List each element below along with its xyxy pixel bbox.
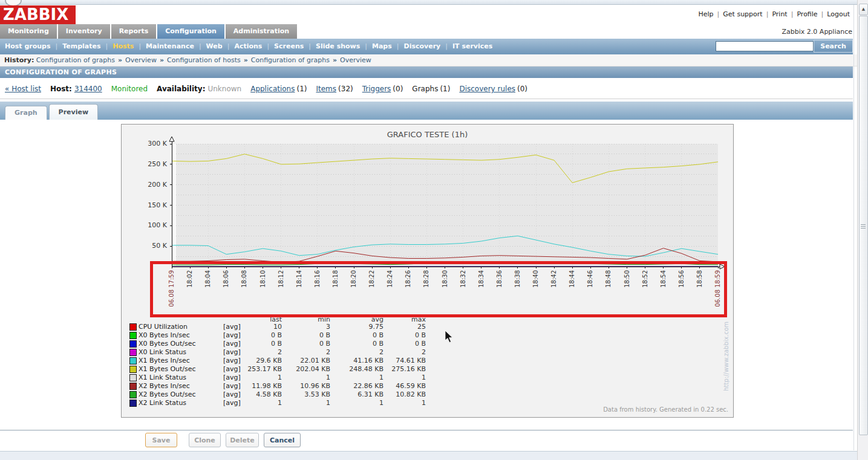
legend-row-x2-bytes-in-sec: X2 Bytes In/sec[avg]11.98 KB10.96 KB22.8… [122,382,497,390]
y-axis-label-250-k: 250 K [125,160,167,168]
submenu-maps[interactable]: Maps [372,42,392,50]
legend-name: X1 Bytes In/sec [139,357,220,364]
submenu-slide-shows[interactable]: Slide shows [316,42,360,50]
crumb-configuration-of-graphs-3[interactable]: Configuration of graphs [251,56,330,64]
zabbix-logo[interactable]: ZABBIX [0,5,76,24]
host-list-back-link[interactable]: « Host list [5,85,41,93]
submenu-it-services[interactable]: IT services [452,42,492,50]
y-axis-label-150-k: 150 K [125,201,167,209]
legend-last-value: 2 [226,348,282,356]
legend-max-value: 1 [370,399,426,407]
crumb-overview-4[interactable]: Overview [340,56,371,64]
legend-name: X2 Bytes In/sec [139,382,220,390]
submenu-host-groups[interactable]: Host groups [5,42,51,50]
legend-name: X0 Link Status [139,348,220,356]
delete-button[interactable]: Delete [226,433,259,447]
submenu-templates[interactable]: Templates [62,42,100,50]
browser-top-strip [0,0,868,5]
legend-last-value: 29.6 KB [226,357,282,364]
search-button[interactable]: Search [814,40,853,53]
save-button[interactable]: Save [145,433,177,447]
host-value-link[interactable]: 314400 [74,85,102,93]
legend-max-value: 2 [370,348,426,356]
legend-last-value: 253.17 KB [226,365,282,373]
separator: » [333,56,337,64]
menu-configuration[interactable]: Configuration [157,24,224,39]
scrollbar-grip [861,224,866,229]
host-nav-triggers: Triggers(0) [362,85,403,93]
crumb-overview-1[interactable]: Overview [125,56,157,64]
legend-row-x0-bytes-in-sec: X0 Bytes In/sec[avg]0 B0 B0 B0 B [122,331,497,339]
cancel-button[interactable]: Cancel [264,433,301,447]
separator: | [766,10,769,18]
host-nav-graphs-text: Graphs [412,85,438,93]
legend-max-value: 25 [370,323,426,331]
search-input[interactable] [716,41,814,51]
host-nav-items: Items(32) [316,85,353,93]
top-link-logout[interactable]: Logout [827,10,850,18]
separator: | [308,42,311,50]
host-nav-graphs-count: (1) [440,85,450,93]
legend-max-value: 0 B [370,340,426,348]
host-nav-triggers-link[interactable]: Triggers [362,85,391,93]
legend-name: CPU Utilization [139,323,220,331]
legend-row-x2-link-status: X2 Link Status[avg]1111 [122,399,497,407]
host-nav-discovery-rules-count: (0) [517,85,527,93]
annotation-highlight-box [150,261,727,317]
legend-max-value: 0 B [370,331,426,339]
top-link-profile[interactable]: Profile [797,10,817,18]
top-links: Help|Get support|Print|Profile|Logout [699,10,850,18]
submenu-discovery[interactable]: Discovery [404,42,441,50]
separator: | [199,42,201,50]
legend-name: X2 Link Status [139,399,220,407]
separator: | [106,42,108,50]
host-nav-items-link[interactable]: Items [316,85,336,93]
top-link-help[interactable]: Help [699,10,714,18]
host-field: Host:314400 [50,85,102,93]
submenu-hosts[interactable]: Hosts [113,42,134,50]
crumb-configuration-of-graphs-0[interactable]: Configuration of graphs [36,56,115,64]
top-link-get-support[interactable]: Get support [723,10,762,18]
legend-swatch-x1-bytes-out-sec [129,366,137,373]
separator: | [267,42,269,50]
graph-footer-note: Data from history. Generated in 0.22 sec… [603,406,728,413]
menu-reports[interactable]: Reports [111,24,157,39]
legend-row-x1-link-status: X1 Link Status[avg]1111 [122,374,497,381]
crumb-configuration-of-hosts-2[interactable]: Configuration of hosts [167,56,241,64]
legend-max-value: 46.59 KB [370,382,426,390]
host-nav-triggers-count: (0) [393,85,403,93]
submenu-screens[interactable]: Screens [274,42,304,50]
tab-preview[interactable]: Preview [49,104,99,120]
submenu-web[interactable]: Web [206,42,223,50]
availability-field: Availability:Unknown [157,85,241,93]
menu-administration[interactable]: Administration [226,24,297,39]
scrollbar-thumb[interactable] [859,16,868,435]
legend-max-value: 10.82 KB [370,390,426,398]
separator: | [791,10,794,18]
legend-row-x0-bytes-out-sec: X0 Bytes Out/sec[avg]0 B0 B0 B0 B [122,340,497,348]
submenu-maintenance[interactable]: Maintenance [146,42,194,50]
host-nav-applications-link[interactable]: Applications [250,85,295,93]
separator: | [821,10,824,18]
top-link-print[interactable]: Print [772,10,787,18]
legend-min-value: 0 B [275,340,330,348]
legend-swatch-x2-bytes-out-sec [129,391,137,398]
legend-min-value: 2 [275,348,330,356]
legend-max-value: 74.61 KB [370,357,426,364]
legend-last-value: 0 B [226,331,282,339]
clone-button[interactable]: Clone [189,433,221,447]
page-title: CONFIGURATION OF GRAPHS [0,66,853,78]
scrollbar-up-arrow[interactable]: ▲ [859,4,868,15]
legend-swatch-cpu-utilization [129,323,137,331]
breadcrumb: History: Configuration of graphs»Overvie… [0,54,857,66]
separator: | [365,42,367,50]
submenu-actions[interactable]: Actions [234,42,262,50]
tab-graph[interactable]: Graph [5,106,47,120]
scrollbar[interactable]: ▲ [857,0,868,460]
menu-inventory[interactable]: Inventory [58,24,110,39]
y-axis-label-300-k: 300 K [125,140,167,147]
divider [0,430,853,431]
host-nav-discovery-rules-link[interactable]: Discovery rules [459,85,515,93]
legend-name: X2 Bytes Out/sec [139,390,220,398]
menu-monitoring[interactable]: Monitoring [0,24,57,39]
